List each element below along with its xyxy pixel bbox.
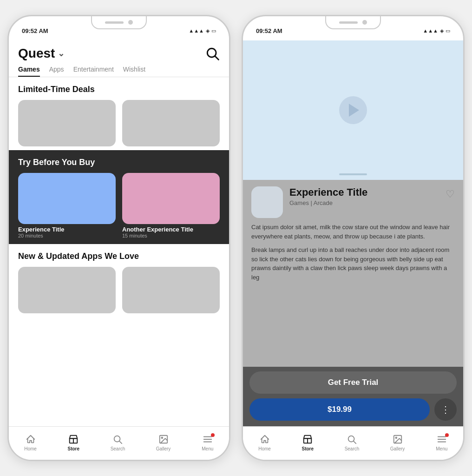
tab-wishlist[interactable]: Wishlist — [123, 66, 145, 77]
nav-gallery[interactable]: Gallery — [156, 433, 171, 451]
notch — [91, 16, 147, 29]
new-app-card-2[interactable] — [122, 267, 220, 313]
deal-card-2[interactable] — [122, 100, 220, 146]
description-paragraph-2: Break lamps and curl up into a ball reac… — [251, 245, 455, 282]
right-menu-badge — [445, 433, 449, 437]
experience-1-subtitle: 20 minutes — [18, 233, 116, 238]
tab-entertainment[interactable]: Entertainment — [73, 66, 114, 77]
right-nav-home[interactable]: Home — [258, 433, 271, 451]
right-nav-gallery[interactable]: Gallery — [390, 433, 405, 451]
battery-icon: ▭ — [211, 28, 216, 34]
right-bottom-nav: Home Store — [243, 426, 463, 460]
menu-icon-wrapper — [202, 433, 214, 445]
play-button[interactable] — [339, 96, 367, 124]
right-wifi-icon: ◈ — [440, 28, 444, 34]
nav-menu-label: Menu — [202, 446, 213, 451]
right-menu-icon-wrapper — [436, 433, 448, 445]
search-nav-icon — [111, 433, 124, 445]
description-paragraph-1: Cat ipsum dolor sit amet, milk the cow s… — [251, 223, 455, 241]
new-updated-section: New & Updated Apps We Love — [9, 244, 229, 317]
new-apps-cards-row — [18, 267, 220, 313]
right-store-icon — [302, 433, 314, 445]
experience-1-title: Experience Title — [18, 226, 116, 233]
right-nav-menu-label: Menu — [436, 446, 447, 451]
right-camera — [362, 20, 367, 25]
store-title: Quest ⌄ — [18, 46, 65, 61]
right-nav-search-label: Search — [345, 446, 360, 451]
experience-cards-row: Experience Title 20 minutes Another Expe… — [18, 173, 220, 238]
right-phone-content: Experience Title Games | Arcade ♡ Cat ip… — [243, 40, 463, 460]
scroll-indicator — [339, 173, 367, 175]
store-icon — [67, 433, 79, 445]
nav-store[interactable]: Store — [67, 433, 79, 451]
tab-games[interactable]: Games — [18, 66, 40, 77]
right-battery-icon: ▭ — [446, 28, 450, 34]
experience-thumb-blue — [18, 173, 116, 224]
camera — [128, 20, 133, 25]
nav-store-label: Store — [67, 446, 79, 451]
nav-search[interactable]: Search — [111, 433, 125, 451]
status-time: 09:52 AM — [22, 27, 48, 34]
right-phone-left-side-button-bot — [242, 133, 243, 159]
right-search-nav-icon — [346, 433, 358, 445]
svg-line-1 — [215, 56, 218, 60]
right-nav-store[interactable]: Store — [302, 433, 314, 451]
detail-app-info: Experience Title Games | Arcade — [289, 186, 439, 206]
right-nav-home-label: Home — [258, 446, 271, 451]
buy-button[interactable]: $19.99 — [249, 398, 430, 421]
tab-apps[interactable]: Apps — [49, 66, 64, 77]
new-updated-title: New & Updated Apps We Love — [18, 251, 220, 261]
nav-search-label: Search — [111, 446, 125, 451]
status-icons: ▲▲▲ ◈ ▭ — [189, 28, 216, 34]
svg-line-12 — [354, 441, 356, 443]
detail-hero[interactable] — [243, 40, 463, 180]
experience-card-1[interactable]: Experience Title 20 minutes — [18, 173, 116, 238]
right-nav-store-label: Store — [302, 446, 314, 451]
status-bar: 09:52 AM ▲▲▲ ◈ ▭ — [9, 16, 229, 40]
deal-card-1[interactable] — [18, 100, 116, 146]
gallery-icon — [157, 433, 170, 445]
right-status-time: 09:52 AM — [256, 27, 282, 34]
new-app-card-1[interactable] — [18, 267, 116, 313]
wishlist-button[interactable]: ♡ — [446, 188, 455, 200]
detail-app-subtitle: Games | Arcade — [289, 199, 439, 206]
home-icon — [25, 433, 37, 445]
right-nav-menu[interactable]: Menu — [436, 433, 448, 451]
more-options-button[interactable]: ⋮ — [434, 398, 457, 421]
menu-badge — [211, 433, 215, 437]
store-scroll: Quest ⌄ Games Apps Entertainment — [9, 40, 229, 426]
category-tabs: Games Apps Entertainment Wishlist — [9, 64, 229, 77]
detail-app-title: Experience Title — [289, 186, 439, 198]
experience-card-2[interactable]: Another Experience Title 15 minutes — [122, 173, 220, 238]
experience-thumb-pink — [122, 173, 220, 224]
right-status-icons: ▲▲▲ ◈ ▭ — [423, 28, 450, 34]
left-phone: 09:52 AM ▲▲▲ ◈ ▭ Quest ⌄ — [7, 15, 230, 461]
try-before-buy-section: Try Before You Buy Experience Title 20 m… — [9, 150, 229, 244]
experience-2-subtitle: 15 minutes — [122, 233, 220, 238]
store-header: Quest ⌄ — [9, 40, 229, 64]
svg-point-14 — [395, 437, 397, 438]
deals-cards-row — [18, 100, 220, 146]
price-row: $19.99 ⋮ — [249, 398, 457, 421]
scene: 09:52 AM ▲▲▲ ◈ ▭ Quest ⌄ — [0, 6, 472, 470]
detail-action-bar: Get Free Trial $19.99 ⋮ — [243, 367, 463, 426]
right-nav-search[interactable]: Search — [345, 433, 360, 451]
left-phone-content: Quest ⌄ Games Apps Entertainment — [9, 40, 229, 460]
nav-menu[interactable]: Menu — [202, 433, 214, 451]
right-side-button — [229, 91, 230, 119]
chevron-down-icon[interactable]: ⌄ — [58, 48, 65, 59]
left-bottom-nav: Home Store — [9, 426, 229, 460]
try-before-buy-title: Try Before You Buy — [18, 158, 220, 167]
free-trial-button[interactable]: Get Free Trial — [249, 371, 457, 394]
right-nav-gallery-label: Gallery — [390, 446, 405, 451]
nav-home[interactable]: Home — [24, 433, 37, 451]
nav-home-label: Home — [24, 446, 37, 451]
search-button[interactable] — [205, 46, 220, 61]
nav-gallery-label: Gallery — [156, 446, 171, 451]
limited-time-deals-title: Limited-Time Deals — [18, 85, 220, 94]
right-phone-left-side-button-mid — [242, 102, 243, 128]
svg-point-6 — [161, 437, 163, 438]
right-phone-right-side-button — [464, 91, 465, 119]
detail-app-icon — [251, 186, 283, 218]
left-side-button-mid — [7, 102, 8, 128]
